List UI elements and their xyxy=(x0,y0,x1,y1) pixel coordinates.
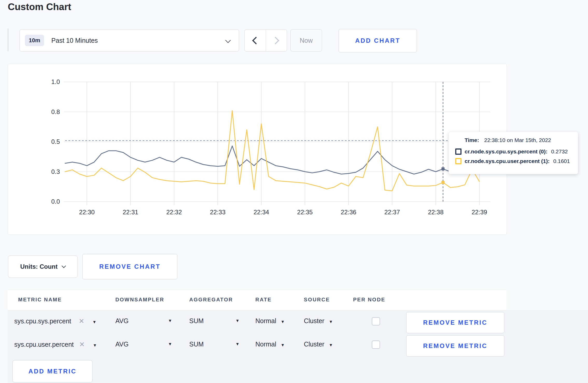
aggregator-select[interactable]: SUM xyxy=(189,317,204,325)
tooltip-series-label: cr.node.sys.cpu.user.percent (1): xyxy=(465,158,550,164)
aggregator-select[interactable]: SUM xyxy=(189,341,204,348)
time-range-select[interactable]: 10m Past 10 Minutes xyxy=(19,29,239,52)
table-row: sys.cpu.sys.percent ✕ ▼ AVG ▼ SUM ▼ Norm… xyxy=(8,310,506,333)
chevron-down-icon xyxy=(61,264,66,268)
clear-metric-icon[interactable]: ✕ xyxy=(79,341,85,348)
metric-name-select[interactable]: sys.cpu.sys.percent ✕ ▼ xyxy=(14,317,96,325)
x-tick-label: 22:31 xyxy=(123,209,138,216)
y-tick-label: 0.5 xyxy=(51,138,60,145)
x-tick-label: 22:30 xyxy=(79,209,95,216)
caret-down-icon: ▼ xyxy=(329,343,333,347)
col-downsampler: DOWNSAMPLER xyxy=(115,297,164,303)
series-line-0 xyxy=(65,146,479,174)
caret-down-icon: ▼ xyxy=(281,343,285,347)
metrics-table-body: sys.cpu.sys.percent ✕ ▼ AVG ▼ SUM ▼ Norm… xyxy=(8,310,588,383)
y-tick-label: 0.3 xyxy=(51,168,60,175)
downsampler-select[interactable]: AVG xyxy=(115,317,129,325)
source-select[interactable]: Cluster ▼ xyxy=(304,317,333,325)
clear-metric-icon[interactable]: ✕ xyxy=(79,317,84,325)
tooltip-series-row: cr.node.sys.cpu.sys.percent (0): 0.2732 xyxy=(455,148,578,155)
remove-chart-button[interactable]: REMOVE CHART xyxy=(82,254,177,279)
section-divider xyxy=(8,29,8,51)
time-range-label: Past 10 Minutes xyxy=(51,37,98,44)
col-aggregator: AGGREGATOR xyxy=(189,297,233,303)
tooltip-series-value: 0.2732 xyxy=(551,148,568,155)
custom-chart-page: Custom Chart 10m Past 10 Minutes Now ADD… xyxy=(0,0,588,383)
add-metric-button[interactable]: ADD METRIC xyxy=(12,360,93,382)
tooltip-time-label: Time: xyxy=(465,137,479,143)
remove-metric-button[interactable]: REMOVE METRIC xyxy=(406,335,504,357)
table-row: sys.cpu.user.percent ✕ ▼ AVG ▼ SUM ▼ Nor… xyxy=(8,333,506,357)
col-rate: RATE xyxy=(255,297,272,303)
per-node-checkbox[interactable] xyxy=(372,317,380,325)
x-tick-label: 22:34 xyxy=(254,209,269,216)
chevron-down-icon xyxy=(225,38,231,43)
now-button[interactable]: Now xyxy=(290,29,322,52)
x-tick-label: 22:35 xyxy=(297,209,313,216)
metric-name-select[interactable]: sys.cpu.user.percent ✕ ▼ xyxy=(14,341,97,349)
x-tick-label: 22:38 xyxy=(428,209,444,216)
series-line-1 xyxy=(65,111,479,191)
downsampler-select[interactable]: AVG xyxy=(115,341,129,348)
caret-down-icon[interactable]: ▼ xyxy=(168,318,172,323)
x-tick-label: 22:33 xyxy=(210,209,226,216)
caret-down-icon[interactable]: ▼ xyxy=(92,320,96,324)
series-user-swatch-icon xyxy=(455,158,461,164)
tooltip-series-row: cr.node.sys.cpu.user.percent (1): 0.1601 xyxy=(455,158,578,164)
rate-select[interactable]: Normal ▼ xyxy=(255,317,285,325)
caret-down-icon[interactable]: ▼ xyxy=(235,342,240,346)
chart-hover-tooltip: Time: 22:38:10 on Mar 15th, 2022 cr.node… xyxy=(449,132,578,174)
caret-down-icon: ▼ xyxy=(329,320,333,324)
hover-marker-0 xyxy=(442,167,445,171)
y-tick-label: 1.0 xyxy=(51,78,60,85)
chart-card[interactable]: 0.00.30.50.81.022:3022:3122:3222:3322:34… xyxy=(8,64,507,235)
hover-marker-1 xyxy=(442,181,445,184)
remove-metric-button[interactable]: REMOVE METRIC xyxy=(406,312,504,333)
caret-down-icon[interactable]: ▼ xyxy=(168,342,172,346)
chevron-left-icon xyxy=(252,37,260,44)
caret-down-icon: ▼ xyxy=(281,320,285,324)
col-source: SOURCE xyxy=(304,297,330,303)
prev-range-button[interactable] xyxy=(245,30,266,51)
x-tick-label: 22:32 xyxy=(166,209,182,216)
col-per-node: PER NODE xyxy=(353,297,385,303)
tooltip-series-label: cr.node.sys.cpu.sys.percent (0): xyxy=(465,148,548,155)
tooltip-time-value: 22:38:10 on Mar 15th, 2022 xyxy=(484,137,551,143)
add-chart-button[interactable]: ADD CHART xyxy=(339,29,417,52)
x-tick-label: 22:39 xyxy=(472,209,487,216)
units-select[interactable]: Units: Count xyxy=(8,256,78,278)
units-label: Units: Count xyxy=(20,263,58,270)
timeseries-chart[interactable]: 0.00.30.50.81.022:3022:3122:3222:3322:34… xyxy=(8,64,507,235)
col-metric-name: METRIC NAME xyxy=(18,297,62,303)
time-nav-group xyxy=(244,29,287,52)
per-node-checkbox[interactable] xyxy=(372,341,380,349)
series-sys-swatch-icon xyxy=(455,148,461,155)
x-tick-label: 22:37 xyxy=(384,209,400,216)
caret-down-icon[interactable]: ▼ xyxy=(93,343,97,347)
caret-down-icon[interactable]: ▼ xyxy=(235,318,240,323)
next-range-button[interactable] xyxy=(266,30,287,51)
x-tick-label: 22:36 xyxy=(341,209,356,216)
tooltip-series-value: 0.1601 xyxy=(553,158,570,164)
y-tick-label: 0.0 xyxy=(51,198,60,205)
metrics-table-header: METRIC NAME DOWNSAMPLER AGGREGATOR RATE … xyxy=(8,290,506,310)
tooltip-time-row: Time: 22:38:10 on Mar 15th, 2022 xyxy=(465,137,578,143)
y-tick-label: 0.8 xyxy=(51,108,60,115)
page-title: Custom Chart xyxy=(8,2,71,12)
chevron-right-icon xyxy=(272,37,279,44)
rate-select[interactable]: Normal ▼ xyxy=(255,341,285,348)
time-range-badge: 10m xyxy=(25,35,44,46)
source-select[interactable]: Cluster ▼ xyxy=(304,341,333,348)
